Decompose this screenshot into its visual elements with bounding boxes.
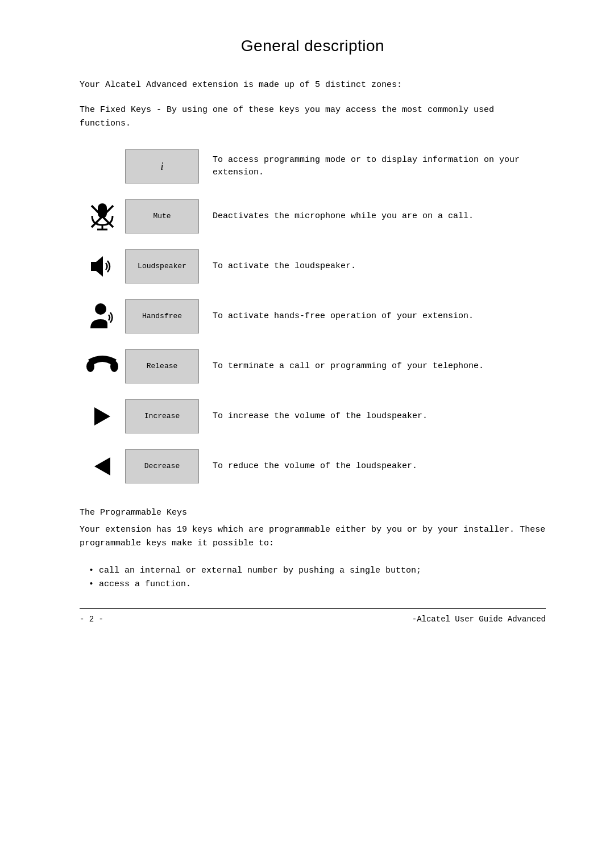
handsfree-icon	[80, 301, 125, 332]
release-icon	[80, 354, 125, 379]
handsfree-button-label: Handsfree	[142, 311, 182, 322]
svg-point-6	[95, 303, 106, 315]
increase-button-label: Increase	[144, 411, 180, 422]
mute-button[interactable]: Mute	[125, 199, 199, 233]
svg-marker-10	[94, 457, 110, 475]
i-button-label: i	[160, 159, 163, 174]
svg-marker-9	[94, 407, 110, 425]
loudspeaker-button[interactable]: Loudspeaker	[125, 249, 199, 283]
loudspeaker-button-label: Loudspeaker	[138, 261, 186, 272]
page-title: General description	[80, 34, 546, 58]
decrease-icon	[80, 456, 125, 477]
i-description: To access programming mode or to display…	[213, 154, 546, 180]
mute-button-label: Mute	[153, 211, 171, 222]
footer-page-number: - 2 -	[80, 614, 103, 625]
svg-point-8	[110, 361, 118, 372]
i-button[interactable]: i	[125, 149, 199, 183]
mute-icon	[80, 201, 125, 232]
key-row-increase: Increase To increase the volume of the l…	[80, 397, 546, 436]
decrease-button[interactable]: Decrease	[125, 449, 199, 483]
loudspeaker-icon	[80, 252, 125, 281]
handsfree-description: To activate hands-free operation of your…	[213, 310, 546, 323]
release-button[interactable]: Release	[125, 349, 199, 383]
handsfree-button[interactable]: Handsfree	[125, 299, 199, 333]
bullet-list: call an internal or external number by p…	[80, 564, 546, 591]
increase-description: To increase the volume of the loudspeake…	[213, 410, 546, 423]
decrease-description: To reduce the volume of the loudspeaker.	[213, 460, 546, 473]
increase-icon	[80, 406, 125, 427]
list-item: access a function.	[91, 578, 546, 591]
footer-title: -Alcatel User Guide Advanced	[412, 614, 546, 625]
keys-table: i To access programming mode or to displ…	[80, 147, 546, 486]
programmable-title: The Programmable Keys	[80, 507, 546, 520]
key-row-mute: Mute Deactivates the microphone while yo…	[80, 197, 546, 236]
list-item: call an internal or external number by p…	[91, 564, 546, 578]
key-row-loudspeaker: Loudspeaker To activate the loudspeaker.	[80, 247, 546, 286]
svg-point-7	[86, 361, 94, 372]
release-button-label: Release	[147, 361, 178, 372]
loudspeaker-description: To activate the loudspeaker.	[213, 260, 546, 273]
programmable-section: The Programmable Keys Your extension has…	[80, 507, 546, 550]
key-row-decrease: Decrease To reduce the volume of the lou…	[80, 446, 546, 486]
key-row-handsfree: Handsfree To activate hands-free operati…	[80, 297, 546, 336]
key-row-i: i To access programming mode or to displ…	[80, 147, 546, 186]
intro-text: Your Alcatel Advanced extension is made …	[80, 78, 546, 92]
release-description: To terminate a call or programming of yo…	[213, 360, 546, 373]
svg-marker-5	[91, 256, 103, 277]
increase-button[interactable]: Increase	[125, 399, 199, 433]
key-row-release: Release To terminate a call or programmi…	[80, 347, 546, 386]
page-footer: - 2 - -Alcatel User Guide Advanced	[80, 608, 546, 625]
mute-description: Deactivates the microphone while you are…	[213, 210, 546, 223]
fixed-keys-intro: The Fixed Keys - By using one of these k…	[80, 103, 546, 131]
programmable-desc: Your extension has 19 keys which are pro…	[80, 523, 546, 550]
decrease-button-label: Decrease	[144, 461, 180, 472]
